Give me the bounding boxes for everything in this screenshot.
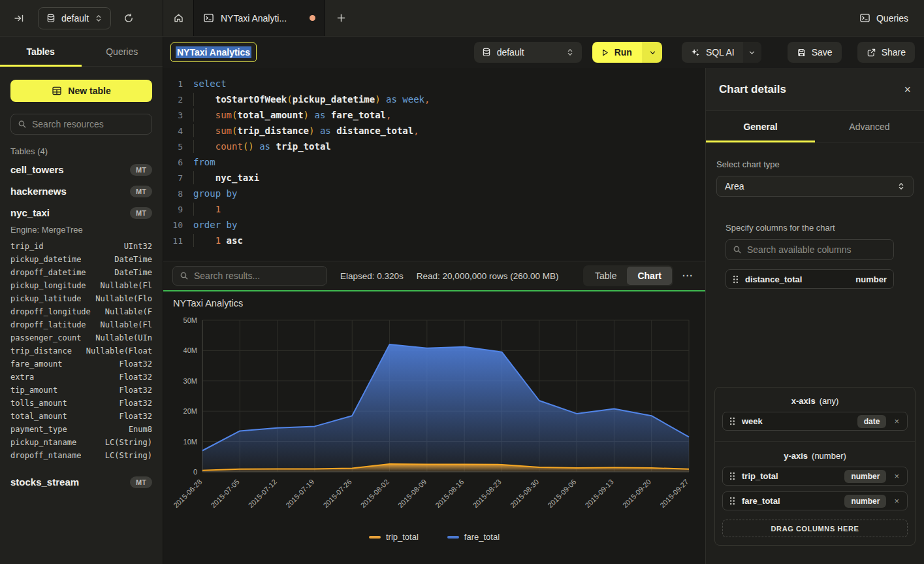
query-title-value: NYTaxi Analytics <box>176 46 251 58</box>
search-columns-input[interactable]: Search available columns <box>725 239 894 260</box>
y-axis-column-fare-total[interactable]: fare_total number × <box>722 491 908 510</box>
new-table-button[interactable]: New table <box>10 80 152 102</box>
code-text: toStartOfWeek(pickup_datetime) as week, <box>193 94 430 105</box>
sql-ai-button[interactable]: SQL AI <box>682 42 743 63</box>
column-type: Float32 <box>115 399 152 408</box>
table-item-stocks_stream[interactable]: stocks_streamMT <box>10 471 152 493</box>
collapse-sidebar-button[interactable] <box>9 8 29 28</box>
column-row[interactable]: trip_distanceNullable(Float <box>10 344 152 357</box>
code-line[interactable]: 4 sum(trip_distance) as distance_total, <box>163 123 705 139</box>
query-title-input[interactable]: NYTaxi Analytics <box>170 42 257 62</box>
column-type-badge: number <box>844 495 886 508</box>
column-row[interactable]: payment_typeEnum8 <box>10 423 152 436</box>
engine-badge: MT <box>130 207 152 219</box>
column-row[interactable]: passenger_countNullable(UIn <box>10 331 152 344</box>
legend-item-fare_total[interactable]: fare_total <box>447 532 500 542</box>
results-bar: Search results... Elapsed: 0.320s Read: … <box>163 261 705 290</box>
column-type: Float32 <box>115 373 152 382</box>
chart-type-select[interactable]: Area <box>716 176 914 197</box>
home-button[interactable] <box>163 0 193 36</box>
column-row[interactable]: dropoff_longitudeNullable(F <box>10 305 152 318</box>
column-row[interactable]: trip_idUInt32 <box>10 240 152 253</box>
tab-nytaxi-analytics[interactable]: NYTaxi Analyti... <box>193 0 325 36</box>
refresh-button[interactable] <box>119 8 138 28</box>
x-axis-title: x-axis <box>791 396 816 406</box>
column-row[interactable]: tolls_amountFloat32 <box>10 397 152 410</box>
y-axis-column-trip-total[interactable]: trip_total number × <box>722 467 908 486</box>
sql-editor[interactable]: 1select2 toStartOfWeek(pickup_datetime) … <box>163 68 705 261</box>
svg-text:30M: 30M <box>183 377 197 385</box>
legend-item-trip_total[interactable]: trip_total <box>369 532 419 542</box>
code-line[interactable]: 2 toStartOfWeek(pickup_datetime) as week… <box>163 91 705 107</box>
code-line[interactable]: 6from <box>163 154 705 170</box>
code-line[interactable]: 3 sum(total_amount) as fare_total, <box>163 107 705 123</box>
column-row[interactable]: extraFloat32 <box>10 371 152 384</box>
code-line[interactable]: 9 1 <box>163 201 705 217</box>
remove-column-icon[interactable]: × <box>893 416 900 426</box>
sidebar-tab-queries[interactable]: Queries <box>82 37 163 66</box>
search-icon <box>180 271 189 280</box>
new-tab-button[interactable] <box>325 0 357 36</box>
column-row[interactable]: pickup_datetimeDateTime <box>10 253 152 266</box>
tab-advanced[interactable]: Advanced <box>815 111 924 142</box>
column-row[interactable]: pickup_latitudeNullable(Flo <box>10 292 152 305</box>
database-icon <box>46 14 56 23</box>
toggle-table-button[interactable]: Table <box>584 267 627 285</box>
tab-general[interactable]: General <box>706 111 815 142</box>
code-line[interactable]: 5 count() as trip_total <box>163 139 705 154</box>
run-button-group: Run <box>592 42 662 63</box>
table-item-nyc_taxi[interactable]: nyc_taxiMT <box>10 202 152 224</box>
search-icon <box>18 120 27 129</box>
sql-ai-button-group: SQL AI <box>682 42 761 63</box>
share-button[interactable]: Share <box>857 42 915 63</box>
column-row[interactable]: pickup_longitudeNullable(Fl <box>10 279 152 292</box>
table-item-cell_towers[interactable]: cell_towersMT <box>10 159 152 180</box>
remove-column-icon[interactable]: × <box>893 471 900 481</box>
run-button[interactable]: Run <box>592 42 643 63</box>
toggle-chart-button[interactable]: Chart <box>627 267 672 285</box>
drag-handle-icon <box>729 472 735 480</box>
database-selector-topbar[interactable]: default <box>38 7 111 29</box>
column-name: tip_amount <box>10 386 57 395</box>
x-axis-column-week[interactable]: week date × <box>722 412 908 431</box>
column-row[interactable]: dropoff_ntanameLC(String) <box>10 449 152 462</box>
available-column-distance-total[interactable]: distance_total number <box>725 269 894 289</box>
code-line[interactable]: 8group by <box>163 186 705 201</box>
code-line[interactable]: 1select <box>163 76 705 91</box>
code-text: from <box>193 157 215 167</box>
line-number: 1 <box>163 79 193 89</box>
code-line[interactable]: 11 1 asc <box>163 233 705 248</box>
column-row[interactable]: dropoff_latitudeNullable(Fl <box>10 318 152 331</box>
svg-text:20M: 20M <box>183 407 197 415</box>
area-chart-canvas[interactable]: 010M20M30M40M50M2015-06-282015-07-052015… <box>163 291 705 564</box>
svg-text:2015-09-06: 2015-09-06 <box>546 478 577 509</box>
search-results-input[interactable]: Search results... <box>172 266 327 286</box>
column-row[interactable]: pickup_ntanameLC(String) <box>10 436 152 449</box>
database-selector-toolbar[interactable]: default <box>474 42 582 63</box>
column-row[interactable]: total_amountFloat32 <box>10 410 152 423</box>
queries-button[interactable]: Queries <box>859 12 908 24</box>
save-button[interactable]: Save <box>788 42 842 63</box>
more-options-button[interactable]: ··· <box>680 271 696 281</box>
code-line[interactable]: 10order by <box>163 217 705 233</box>
table-item-hackernews[interactable]: hackernewsMT <box>10 180 152 202</box>
line-number: 9 <box>163 205 193 214</box>
column-row[interactable]: dropoff_datetimeDateTime <box>10 266 152 279</box>
table-grid-icon <box>52 86 62 96</box>
code-line[interactable]: 7 nyc_taxi <box>163 170 705 186</box>
database-name: default <box>61 13 89 24</box>
axis-divider <box>715 441 915 442</box>
run-options-button[interactable] <box>643 42 662 63</box>
remove-column-icon[interactable]: × <box>893 496 900 506</box>
sql-ai-options-button[interactable] <box>743 42 761 63</box>
column-type: DateTime <box>110 255 152 264</box>
legend-swatch <box>369 536 381 539</box>
line-number: 4 <box>163 126 193 136</box>
column-row[interactable]: tip_amountFloat32 <box>10 384 152 397</box>
close-icon[interactable]: × <box>904 84 911 95</box>
column-row[interactable]: fare_amountFloat32 <box>10 357 152 371</box>
view-toggle: Table Chart <box>583 265 673 286</box>
drag-columns-dropzone[interactable]: DRAG COLUMNS HERE <box>722 520 908 537</box>
sidebar-tab-tables[interactable]: Tables <box>0 37 82 66</box>
search-resources-input[interactable]: Search resources <box>10 114 152 135</box>
